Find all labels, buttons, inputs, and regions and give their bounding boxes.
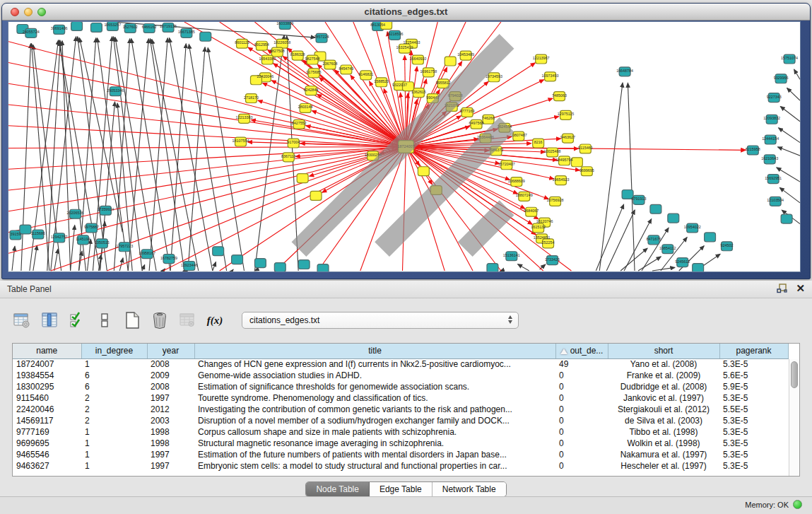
column-header-short[interactable]: short (608, 344, 719, 358)
cell-name: 9465546 (13, 449, 81, 460)
cell-short: Wolkin et al. (1998) (608, 438, 719, 449)
table-gear-icon[interactable] (13, 311, 31, 329)
cell-out_degree: 0 (555, 392, 608, 404)
function-icon[interactable]: f(x) (206, 311, 224, 329)
tab-node-table[interactable]: Node Table (306, 482, 370, 496)
dropdown-stepper-icon (508, 315, 512, 324)
cell-name: 9463627 (13, 460, 81, 472)
table-tabs: Node Table Edge Table Network Table (0, 481, 812, 497)
cell-name: 19384554 (13, 370, 81, 381)
cell-year: 1998 (147, 426, 194, 438)
cell-pagerank: 5.3E-5 (719, 415, 788, 426)
table-row[interactable]: 911546021997Tourette syndrome. Phenomeno… (13, 392, 788, 404)
cell-out_degree: 0 (555, 415, 608, 426)
cell-short: Hescheler et al. (1997) (608, 460, 719, 472)
cell-title: Structural magnetic resonance image aver… (194, 438, 555, 449)
table-row[interactable]: 977716911998Corpus callosum shape and si… (13, 426, 788, 438)
table-row[interactable]: 1872400712008Changes of HCN gene express… (13, 358, 788, 370)
memory-ok-icon[interactable] (793, 500, 802, 509)
cell-in_degree: 2 (81, 415, 147, 426)
table-row[interactable]: 1456911722003Disruption of a novel membe… (13, 415, 788, 426)
column-header-title[interactable]: title (194, 344, 555, 358)
stacked-rows-icon[interactable] (95, 311, 114, 329)
cell-out_degree: 0 (555, 381, 608, 392)
cell-name: 9115460 (13, 392, 81, 404)
cell-short: Stergiakouli et al. (2012) (608, 404, 719, 415)
new-document-icon[interactable] (123, 311, 141, 329)
cell-in_degree: 1 (81, 449, 147, 460)
close-panel-icon[interactable]: ✕ (796, 284, 805, 293)
table-source-value: citations_edges.txt (242, 315, 319, 325)
cell-short: Dudbridge et al. (2008) (608, 381, 719, 392)
cell-short: Tibbo et al. (1998) (608, 426, 719, 438)
cell-in_degree: 6 (81, 381, 147, 392)
cell-title: Estimation of significance thresholds fo… (194, 381, 555, 392)
column-header-in_degree[interactable]: in_degree (81, 344, 147, 358)
node-table: namein_degreeyeartitleout_de...shortpage… (12, 343, 800, 477)
cell-pagerank: 5.3E-5 (719, 358, 788, 370)
tab-edge-table[interactable]: Edge Table (370, 482, 433, 496)
column-header-name[interactable]: name (13, 344, 81, 358)
table-row[interactable]: 1938455462009Genome-wide association stu… (13, 370, 788, 381)
green-checks-icon[interactable] (68, 311, 86, 329)
cell-title: Tourette syndrome. Phenomenology and cla… (194, 392, 555, 404)
cell-year: 2008 (147, 358, 194, 370)
cell-title: Genome-wide association studies in ADHD. (194, 370, 555, 381)
delete-table-disabled-icon (178, 311, 196, 329)
cell-out_degree: 49 (555, 358, 608, 370)
column-header-year[interactable]: year (147, 344, 194, 358)
network-window: citations_edges.txt 24055724306914061065… (1, 3, 811, 279)
cell-title: Changes of HCN gene expression and I(f) … (194, 358, 555, 370)
cell-in_degree: 2 (81, 404, 147, 415)
scrollbar-thumb[interactable] (791, 361, 798, 388)
table-row[interactable]: 2242004622012Investigating the contribut… (13, 404, 788, 415)
cell-year: 2009 (147, 370, 194, 381)
cell-year: 1997 (147, 392, 194, 404)
table-source-dropdown[interactable]: citations_edges.txt (242, 312, 519, 329)
tab-network-table[interactable]: Network Table (433, 482, 506, 496)
cell-year: 1997 (147, 449, 194, 460)
cell-out_degree: 0 (555, 449, 608, 460)
window-titlebar[interactable]: citations_edges.txt (2, 4, 810, 21)
cell-year: 2003 (147, 415, 194, 426)
cell-year: 1997 (147, 460, 194, 472)
cell-out_degree: 0 (555, 370, 608, 381)
table-panel-title: Table Panel (7, 284, 52, 294)
cell-title: Embryonic stem cells: a model to study s… (194, 460, 555, 472)
column-header-out_degree[interactable]: out_de... (555, 344, 608, 358)
cell-pagerank: 5.3E-5 (719, 460, 788, 472)
cell-name: 22420046 (13, 404, 81, 415)
cell-year: 2012 (147, 404, 194, 415)
cell-title: Disruption of a novel member of a sodium… (194, 415, 555, 426)
cell-in_degree: 1 (81, 358, 147, 370)
table-row[interactable]: 969969511998Structural magnetic resonanc… (13, 438, 788, 449)
float-panel-icon[interactable] (777, 284, 787, 293)
cell-year: 2008 (147, 381, 194, 392)
table-header-row: namein_degreeyeartitleout_de...shortpage… (13, 344, 788, 358)
cell-title: Investigating the contribution of common… (194, 404, 555, 415)
cell-short: de Silva et al. (2003) (608, 415, 719, 426)
column-header-pagerank[interactable]: pagerank (719, 344, 788, 358)
table-toolbar: f(x) citations_edges.txt (13, 308, 519, 333)
cell-pagerank: 5.3E-5 (719, 426, 788, 438)
trash-icon[interactable] (151, 311, 169, 329)
cell-pagerank: 5.3E-5 (719, 438, 788, 449)
cell-in_degree: 1 (81, 460, 147, 472)
network-canvas[interactable]: 2405572430691406106532571527602646616210… (8, 21, 801, 272)
cell-pagerank: 5.6E-5 (719, 370, 788, 381)
cell-name: 14569117 (13, 415, 81, 426)
resize-grip-icon[interactable] (8, 21, 799, 270)
cell-in_degree: 1 (81, 438, 147, 449)
column-highlight-icon[interactable] (40, 311, 59, 329)
cell-short: Yano et al. (2008) (608, 358, 719, 370)
table-row[interactable]: 946554611997Estimation of the future num… (13, 449, 788, 460)
cell-name: 18300295 (13, 381, 81, 392)
cell-short: Nakamura et al. (1997) (608, 449, 719, 460)
cell-pagerank: 5.3E-5 (719, 449, 788, 460)
cell-title: Estimation of the future numbers of pati… (194, 449, 555, 460)
table-row[interactable]: 946362711997Embryonic stem cells: a mode… (13, 460, 788, 472)
table-vertical-scrollbar[interactable] (789, 359, 799, 476)
cell-name: 18724007 (13, 358, 81, 370)
cell-out_degree: 0 (555, 426, 608, 438)
table-row[interactable]: 1830029562008Estimation of significance … (13, 381, 788, 392)
